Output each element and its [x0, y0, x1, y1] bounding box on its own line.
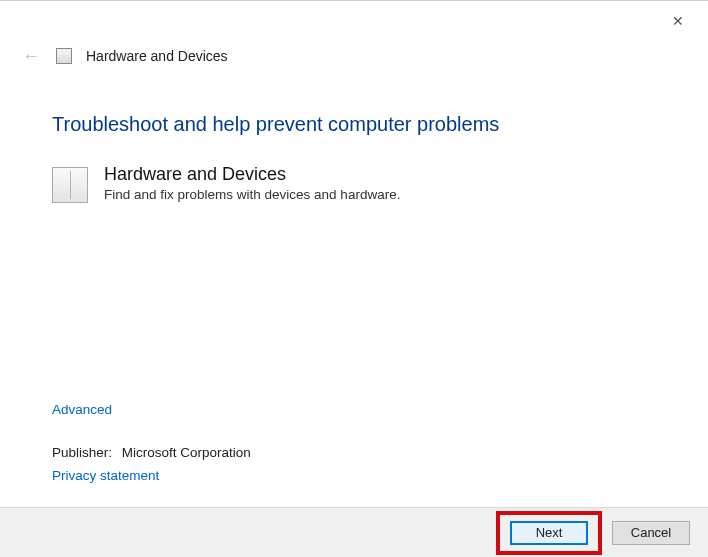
- header-title: Hardware and Devices: [86, 48, 228, 64]
- header: ← Hardware and Devices: [0, 37, 708, 77]
- privacy-link[interactable]: Privacy statement: [52, 468, 656, 483]
- troubleshooter-item: Hardware and Devices Find and fix proble…: [52, 164, 656, 203]
- content-area: Troubleshoot and help prevent computer p…: [0, 77, 708, 507]
- footer: Next Cancel: [0, 507, 708, 557]
- back-arrow-icon: ←: [20, 45, 42, 67]
- troubleshooter-icon: [56, 48, 72, 64]
- item-title: Hardware and Devices: [104, 164, 400, 185]
- cancel-button[interactable]: Cancel: [612, 521, 690, 545]
- page-heading: Troubleshoot and help prevent computer p…: [52, 113, 656, 136]
- troubleshooter-window: ✕ ← Hardware and Devices Troubleshoot an…: [0, 0, 708, 557]
- publisher-label: Publisher:: [52, 445, 112, 460]
- item-text: Hardware and Devices Find and fix proble…: [104, 164, 400, 203]
- next-button[interactable]: Next: [510, 521, 588, 545]
- close-icon[interactable]: ✕: [664, 9, 692, 33]
- item-description: Find and fix problems with devices and h…: [104, 187, 400, 202]
- publisher-row: Publisher: Microsoft Corporation: [52, 445, 656, 460]
- titlebar: ✕: [0, 1, 708, 37]
- hardware-icon: [52, 167, 88, 203]
- next-button-highlight: Next: [496, 511, 602, 555]
- publisher-value: Microsoft Corporation: [122, 445, 251, 460]
- advanced-link[interactable]: Advanced: [52, 402, 656, 417]
